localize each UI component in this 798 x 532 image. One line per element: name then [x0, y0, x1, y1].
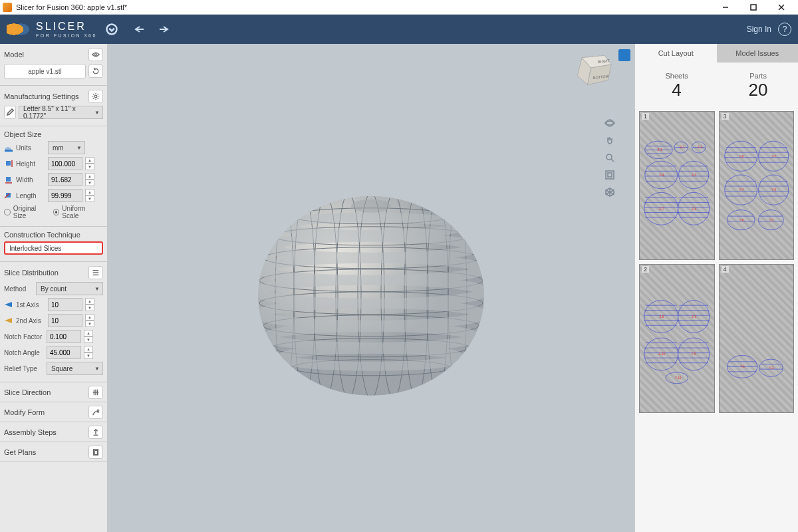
pan-tool-icon[interactable]: [604, 134, 616, 146]
undo-button[interactable]: [134, 23, 148, 36]
slice-distribution-options-button[interactable]: [88, 266, 103, 279]
notch-factor-label: Notch Factor: [4, 333, 44, 340]
model-file-field[interactable]: apple v1.stl: [4, 64, 86, 78]
menu-toggle-icon[interactable]: [105, 23, 118, 36]
uniform-scale-label: Uniform Scale: [62, 205, 103, 219]
axis2-icon: [4, 316, 13, 325]
length-icon: [4, 191, 13, 200]
sheet-thumbnail[interactable]: 4 Y-1Y-2: [719, 264, 795, 413]
svg-text:Z-8: Z-8: [659, 315, 664, 319]
svg-marker-20: [5, 302, 12, 307]
width-stepper[interactable]: ▲▼: [85, 173, 94, 186]
width-input[interactable]: 91.682: [48, 173, 82, 186]
length-input[interactable]: 99.999: [48, 189, 82, 202]
axis1-input[interactable]: 10: [48, 298, 82, 311]
svg-text:Y-10: Y-10: [675, 376, 682, 380]
section-slice-direction[interactable]: Slice Direction: [0, 382, 107, 402]
notch-angle-label: Notch Angle: [4, 349, 44, 356]
maximize-button[interactable]: [739, 0, 767, 15]
manufacturing-settings-button[interactable]: [88, 90, 103, 103]
length-stepper[interactable]: ▲▼: [85, 189, 94, 202]
notch-factor-stepper[interactable]: ▲▼: [84, 330, 93, 343]
notch-angle-input[interactable]: 45.000: [47, 346, 81, 359]
notch-factor-input[interactable]: 0.100: [47, 330, 81, 343]
axis2-label: 2nd Axis: [16, 317, 45, 325]
height-label: Height: [16, 160, 45, 168]
object-size-title: Object Size: [4, 130, 41, 138]
orbit-tool-icon[interactable]: [604, 117, 616, 129]
model-visibility-button[interactable]: [88, 48, 103, 61]
viewport-3d[interactable]: RIGHT BOTTOM: [108, 44, 634, 532]
svg-text:Z-5: Z-5: [692, 174, 696, 177]
units-icon: [4, 143, 13, 152]
svg-text:Y-5: Y-5: [771, 188, 776, 192]
logo-title: SLICER: [36, 21, 97, 32]
section-construction: Construction Technique Interlocked Slice…: [0, 227, 107, 262]
svg-text:Y-8: Y-8: [739, 219, 743, 222]
share-export-icon[interactable]: [618, 49, 630, 61]
svg-text:Y-6: Y-6: [739, 155, 743, 158]
svg-text:Y-5: Y-5: [691, 352, 696, 356]
tab-cut-layout[interactable]: Cut Layout: [635, 44, 717, 63]
sign-in-link[interactable]: Sign In: [747, 25, 771, 34]
svg-text:Y-3: Y-3: [769, 219, 773, 222]
svg-text:Y-2: Y-2: [769, 366, 773, 370]
units-dropdown[interactable]: mm▼: [48, 141, 85, 154]
original-size-radio[interactable]: [4, 209, 11, 215]
cut-stats: Sheets 4 Parts 20: [635, 63, 798, 107]
sheet-thumbnail[interactable]: 2 Z-8Z-9 Z-10Y-5 Y-10: [639, 264, 715, 413]
zoom-tool-icon[interactable]: [604, 152, 616, 164]
svg-text:Z-6: Z-6: [692, 207, 696, 211]
axis1-stepper[interactable]: ▲▼: [85, 298, 94, 311]
tab-model-issues[interactable]: Model Issues: [717, 44, 799, 63]
axis1-icon: [4, 300, 13, 309]
section-assembly-steps[interactable]: Assembly Steps: [0, 422, 107, 442]
section-modify-form[interactable]: Modify Form: [0, 402, 107, 422]
minimize-button[interactable]: [712, 0, 739, 15]
section-slice-distribution: Slice Distribution Method By count▼ 1st …: [0, 262, 107, 382]
uniform-scale-radio[interactable]: [53, 209, 60, 215]
axis2-input[interactable]: 10: [48, 314, 82, 327]
original-size-label: Original Size: [13, 205, 51, 219]
svg-text:Z-1: Z-1: [680, 146, 684, 149]
svg-text:Z-3: Z-3: [658, 148, 662, 152]
redo-button[interactable]: [156, 23, 169, 36]
relief-type-dropdown[interactable]: Square▼: [47, 362, 103, 375]
model-section-title: Model: [4, 51, 24, 59]
sheet-thumbnail[interactable]: 1 Z-3Z-1Z-2 Z-4Z-5 Z-7Z-6: [639, 111, 715, 260]
width-label: Width: [16, 176, 45, 184]
sheets-value: 4: [665, 80, 688, 100]
svg-point-5: [95, 54, 97, 56]
notch-angle-stepper[interactable]: ▲▼: [84, 346, 93, 359]
material-edit-icon[interactable]: [4, 106, 16, 119]
close-button[interactable]: [767, 0, 795, 15]
svg-rect-1: [751, 5, 756, 10]
sheet-thumbnail[interactable]: 3 Y-6Y-7 Y-4Y-5 Y-8Y-3: [719, 111, 795, 260]
display-settings-icon[interactable]: [604, 186, 616, 198]
fit-tool-icon[interactable]: [604, 169, 616, 181]
construction-technique-dropdown[interactable]: Interlocked Slices: [4, 241, 103, 255]
svg-line-39: [611, 159, 614, 162]
method-dropdown[interactable]: By count▼: [36, 282, 103, 295]
material-preset-dropdown[interactable]: Letter 8.5" x 11" x 0.1772"▼: [19, 106, 103, 119]
relief-type-label: Relief Type: [4, 365, 44, 372]
svg-text:Z-2: Z-2: [698, 146, 702, 149]
svg-rect-30: [94, 450, 97, 454]
svg-point-26: [97, 410, 99, 412]
axis2-stepper[interactable]: ▲▼: [85, 314, 94, 327]
svg-point-38: [606, 154, 612, 160]
section-get-plans[interactable]: Get Plans: [0, 442, 107, 462]
height-stepper[interactable]: ▲▼: [85, 157, 94, 170]
help-button[interactable]: ?: [778, 23, 791, 36]
svg-text:Z-7: Z-7: [659, 207, 664, 211]
length-label: Length: [16, 192, 45, 200]
section-model: Model apple v1.stl: [0, 44, 107, 86]
view-cube[interactable]: RIGHT BOTTOM: [571, 52, 616, 92]
svg-text:Y-1: Y-1: [740, 365, 745, 368]
model-reload-button[interactable]: [88, 65, 103, 78]
svg-rect-7: [5, 150, 13, 152]
slice-direction-icon: [88, 386, 103, 399]
height-input[interactable]: 100.000: [48, 157, 82, 170]
titlebar: Slicer for Fusion 360: apple v1.stl*: [0, 0, 798, 15]
sheet-thumbnails: 1 Z-3Z-1Z-2 Z-4Z-5 Z-7Z-6: [635, 107, 798, 532]
